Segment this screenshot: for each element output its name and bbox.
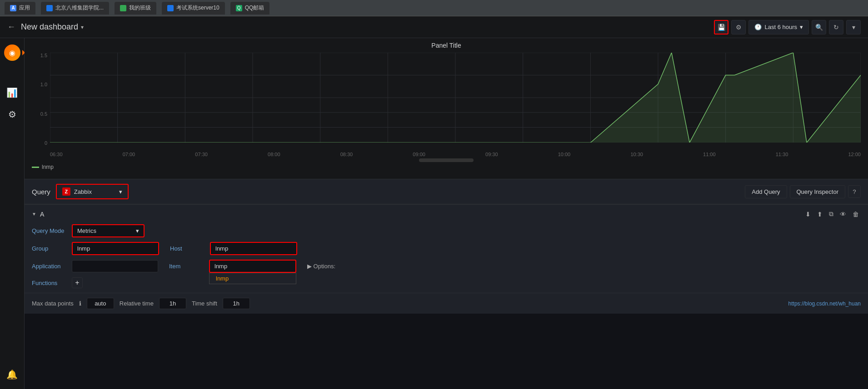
toggle-visibility-button[interactable]: 👁 — [838, 209, 848, 219]
tab-class-label: 我的班级 — [129, 4, 151, 12]
help-button[interactable]: ? — [848, 185, 861, 198]
sidebar-chart-item[interactable]: 📊 — [2, 83, 22, 103]
datasource-select[interactable]: Z Zabbix ▾ — [56, 184, 129, 199]
content-area: Panel Title 1.5 1.0 0.5 0 — [25, 38, 868, 389]
sidebar-grafana-logo[interactable] — [2, 43, 22, 63]
group-input[interactable] — [72, 242, 159, 255]
refresh-icon: ↻ — [833, 24, 839, 31]
chart-container: 1.5 1.0 0.5 0 — [32, 53, 861, 157]
relative-time-value: 1h — [159, 298, 186, 309]
y-label-05: 0.5 — [40, 111, 47, 117]
time-range-button[interactable]: 🕐 Last 6 hours ▾ — [748, 20, 809, 34]
mini-scrollbar[interactable] — [419, 158, 474, 162]
zabbix-icon: Z — [62, 187, 70, 196]
tab-qq[interactable]: Q QQ邮箱 — [230, 2, 270, 15]
info-icon[interactable]: ℹ — [79, 300, 81, 307]
panel-area: Panel Title 1.5 1.0 0.5 0 — [25, 38, 868, 179]
max-data-value: auto — [87, 298, 114, 309]
application-label: Application — [32, 263, 68, 270]
query-row-a: ▼ A ⬇ ⬆ ⧉ 👁 🗑 Query Mode M — [25, 204, 868, 293]
favicon-qq: Q — [236, 5, 242, 11]
delete-row-button[interactable]: 🗑 — [851, 209, 861, 219]
tab-apps-label: 应用 — [19, 4, 30, 12]
chart-legend: lnmp — [32, 164, 861, 170]
tab-class[interactable]: 我的班级 — [115, 2, 156, 15]
query-row-label: A — [40, 211, 44, 218]
y-label-10: 1.0 — [40, 82, 47, 87]
x-label-0700: 07:00 — [123, 152, 135, 157]
chart-icon: 📊 — [6, 87, 18, 98]
x-label-0930: 09:30 — [485, 152, 498, 157]
query-mode-select[interactable]: Metrics ▾ — [72, 224, 145, 237]
bottom-bar: Max data points ℹ auto Relative time 1h … — [25, 293, 868, 314]
sidebar: 📊 ⚙ 🔔 — [0, 38, 25, 389]
tab-apps[interactable]: A 应用 — [5, 2, 35, 15]
sidebar-bell-item[interactable]: 🔔 — [2, 364, 22, 384]
x-label-1130: 11:30 — [776, 152, 788, 157]
x-label-0830: 08:30 — [340, 152, 353, 157]
query-mode-label: Query Mode — [32, 227, 68, 234]
refresh-dropdown-icon: ▾ — [852, 24, 855, 31]
query-row-header: ▼ A ⬇ ⬆ ⧉ 👁 🗑 — [32, 209, 861, 219]
favicon-blue — [46, 5, 53, 11]
x-label-1200: 12:00 — [848, 152, 861, 157]
bell-icon: 🔔 — [6, 369, 18, 380]
legend-label: lnmp — [42, 164, 54, 170]
query-mode-row: Query Mode Metrics ▾ — [32, 224, 861, 237]
chart-svg — [50, 53, 861, 143]
back-button[interactable]: ← — [7, 22, 15, 32]
add-query-button[interactable]: Add Query — [745, 185, 787, 198]
move-down-button[interactable]: ⬇ — [803, 209, 813, 219]
group-host-row: Group Host — [32, 242, 861, 255]
item-input[interactable] — [209, 260, 296, 273]
tab-exam[interactable]: 考试系统server10 — [162, 2, 225, 15]
query-row-actions: ⬇ ⬆ ⧉ 👁 🗑 — [803, 209, 861, 219]
refresh-dropdown-button[interactable]: ▾ — [846, 20, 861, 34]
scrollbar-container — [32, 158, 861, 162]
item-dropdown-suggestion[interactable]: lnmp — [216, 275, 229, 282]
x-label-0630: 06:30 — [50, 152, 63, 157]
y-label-0: 0 — [45, 140, 47, 146]
title-dropdown-icon[interactable]: ▾ — [81, 24, 84, 30]
browser-chrome: A 应用 北京八维集团学院... 我的班级 考试系统server10 Q QQ邮… — [0, 0, 868, 16]
settings-icon: ⚙ — [736, 24, 742, 31]
x-label-0900: 09:00 — [413, 152, 425, 157]
application-input[interactable] — [72, 260, 158, 272]
functions-label: Functions — [32, 280, 68, 286]
query-section-label: Query — [32, 188, 50, 196]
query-toolbar: Query Z Zabbix ▾ Add Query Query Inspect… — [25, 179, 868, 204]
time-shift-label: Time shift — [192, 300, 217, 307]
query-mode-value: Metrics — [77, 227, 96, 234]
save-button[interactable]: 💾 — [714, 20, 728, 34]
topbar-right: 💾 ⚙ 🕐 Last 6 hours ▾ 🔍 ↻ ▾ — [714, 20, 861, 34]
favicon-exam — [167, 5, 174, 11]
tab-beijing[interactable]: 北京八维集团学院... — [41, 2, 109, 15]
datasource-name: Zabbix — [74, 188, 92, 195]
search-button[interactable]: 🔍 — [812, 20, 826, 34]
legend-color-swatch — [32, 167, 39, 168]
functions-row: Functions + — [32, 277, 861, 288]
host-input[interactable] — [210, 242, 297, 255]
settings-button[interactable]: ⚙ — [731, 20, 746, 34]
collapse-arrow[interactable]: ▼ — [32, 212, 36, 217]
x-label-1030: 10:30 — [630, 152, 643, 157]
dashboard-name: New dashboard — [21, 22, 78, 32]
group-label: Group — [32, 245, 68, 252]
y-label-15: 1.5 — [40, 53, 47, 58]
sidebar-gear-item[interactable]: ⚙ — [2, 104, 22, 124]
x-label-1000: 10:00 — [558, 152, 571, 157]
time-range-label: Last 6 hours — [764, 24, 797, 30]
time-shift-value: 1h — [223, 298, 250, 309]
grafana-icon — [4, 44, 20, 61]
add-function-button[interactable]: + — [72, 277, 83, 288]
options-label[interactable]: ▶ Options: — [307, 263, 335, 270]
topbar: ← New dashboard ▾ 💾 ⚙ 🕐 Last 6 hours ▾ 🔍… — [0, 16, 868, 38]
duplicate-button[interactable]: ⧉ — [827, 209, 835, 219]
application-item-row: Application Item lnmp ▶ Options: — [32, 260, 861, 273]
refresh-button[interactable]: ↻ — [829, 20, 843, 34]
tab-beijing-label: 北京八维集团学院... — [55, 4, 104, 12]
time-range-dropdown-icon: ▾ — [800, 24, 803, 30]
query-inspector-button[interactable]: Query Inspector — [790, 185, 846, 198]
move-up-button[interactable]: ⬆ — [815, 209, 824, 219]
host-label: Host — [170, 245, 206, 252]
